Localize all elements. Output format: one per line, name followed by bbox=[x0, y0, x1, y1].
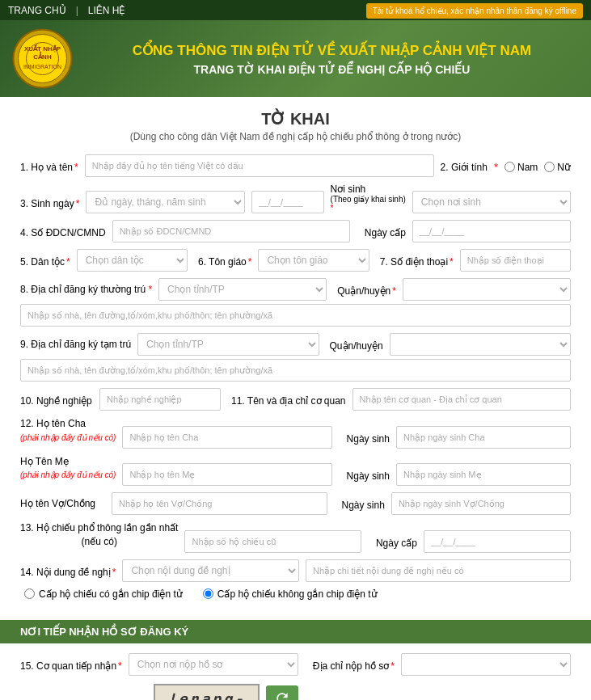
co-quan-tiep-nhan-label: 15. Cơ quan tiếp nhận bbox=[20, 660, 116, 672]
ho-ten-cha-note: (phải nhập đầy đủ nếu có) bbox=[20, 433, 116, 442]
gioi-tinh-label: 2. Giới tính bbox=[441, 162, 488, 173]
ngay-cap-input[interactable] bbox=[412, 220, 571, 242]
thuong-tru-label: 8. Địa chỉ đăng ký thường trú bbox=[20, 284, 146, 295]
header-title1: CỔNG THÔNG TIN ĐIỆN TỬ VỀ XUẤT NHẬP CẢNH… bbox=[85, 42, 579, 59]
chip-co-option[interactable]: Cấp hộ chiếu có gắn chip điện tử bbox=[24, 588, 183, 600]
dan-toc-select[interactable]: Chọn dân tộc bbox=[77, 249, 188, 272]
quan-huyen-select-1[interactable] bbox=[403, 278, 571, 301]
ngay-sinh-vc-label: Ngày sinh bbox=[342, 500, 385, 511]
ho-ten-vc-input[interactable] bbox=[112, 492, 327, 515]
address-input-1[interactable] bbox=[20, 304, 571, 327]
form-title: TỜ KHAI bbox=[20, 109, 571, 129]
nav-home[interactable]: TRANG CHỦ bbox=[8, 5, 66, 16]
ton-giao-select[interactable]: Chọn tôn giáo bbox=[258, 249, 369, 272]
noi-sinh-note: (Theo giấy khai sinh) bbox=[331, 195, 406, 204]
ho-ten-me-note: (phải nhập đầy đủ nếu có) bbox=[20, 470, 116, 479]
ngay-cap-hc-label: Ngày cấp bbox=[376, 538, 417, 549]
so-dt-label: 7. Số điện thoại bbox=[380, 256, 448, 268]
ho-ten-cha-label: 12. Họ tên Cha bbox=[20, 418, 86, 429]
ho-chieu-input[interactable] bbox=[184, 530, 361, 553]
quan-huyen-label-1: Quận/huyện bbox=[337, 285, 390, 297]
logo: XUẤT NHẬP CẢNH IMMIGRATION bbox=[12, 28, 73, 89]
nghe-nghiep-label: 10. Nghề nghiệp bbox=[20, 395, 92, 407]
dia-chi-nop-select[interactable] bbox=[401, 653, 571, 676]
ngay-cap-label: Ngày cấp bbox=[365, 227, 406, 238]
dia-chi-nop-label: Địa chỉ nộp hồ sơ bbox=[313, 660, 389, 672]
address-input-2[interactable] bbox=[20, 359, 571, 382]
ho-chieu-label: 13. Hộ chiếu phổ thông lần gần nhất bbox=[20, 522, 178, 533]
so-ddcn-input[interactable] bbox=[112, 220, 350, 242]
ho-ten-cha-input[interactable] bbox=[122, 426, 331, 449]
ngay-cap-hc-input[interactable] bbox=[424, 530, 571, 553]
ngay-sinh-cha-input[interactable] bbox=[396, 426, 571, 449]
header-title2: Trang Tờ Khai Điện Tử Để Nghị Cấp Hộ Chi… bbox=[85, 63, 579, 76]
quan-huyen-select-2[interactable] bbox=[390, 333, 571, 356]
captcha-image: !enapg- bbox=[154, 684, 260, 700]
captcha-refresh-btn[interactable] bbox=[266, 685, 298, 700]
tam-tru-label: 9. Địa chỉ đăng ký tạm trú bbox=[20, 339, 131, 350]
co-quan-label: 11. Tên và địa chỉ cơ quan bbox=[231, 395, 346, 407]
so-dt-input[interactable] bbox=[460, 249, 571, 272]
ton-giao-label: 6. Tôn giáo bbox=[198, 256, 247, 268]
ho-va-ten-input[interactable] bbox=[85, 154, 434, 177]
date-input[interactable] bbox=[251, 191, 324, 213]
noi-sinh-label: Nơi sinh bbox=[331, 183, 406, 195]
ngay-sinh-vc-input[interactable] bbox=[391, 492, 571, 515]
tinh-tp-select-2[interactable]: Chọn tỉnh/TP bbox=[137, 333, 319, 356]
sinh-ngay-select[interactable]: Đủ ngày, tháng, năm sinh bbox=[86, 191, 244, 213]
co-quan-tiep-nhan-select[interactable]: Chọn nơi nộp hồ sơ bbox=[129, 653, 298, 676]
svg-text:IMMIGRATION: IMMIGRATION bbox=[23, 64, 61, 70]
dan-toc-label: 5. Dân tộc bbox=[20, 256, 65, 268]
noi-dung-detail-input[interactable] bbox=[306, 559, 571, 582]
chip-khong-option[interactable]: Cấp hộ chiếu không gắn chip điện tử bbox=[203, 588, 378, 600]
form-subtitle: (Dùng cho công dân Việt Nam đề nghị cấp … bbox=[20, 131, 571, 142]
radio-nam[interactable]: Nam bbox=[504, 162, 538, 173]
ho-ten-me-input[interactable] bbox=[122, 463, 331, 486]
noi-dung-select[interactable]: Chọn nội dung đề nghị bbox=[122, 559, 299, 582]
co-quan-input[interactable] bbox=[352, 388, 571, 411]
ngay-sinh-cha-label: Ngày sinh bbox=[347, 433, 390, 445]
nav-contact[interactable]: LIÊN HỆ bbox=[88, 5, 126, 16]
ho-ten-vc-label: Họ tên Vợ/Chồng bbox=[20, 498, 95, 509]
noi-dung-label: 14. Nội dung đề nghị bbox=[20, 567, 111, 578]
tinh-tp-select-1[interactable]: Chọn tỉnh/TP bbox=[158, 278, 327, 301]
so-ddcn-label: 4. Số ĐDCN/CMND bbox=[20, 227, 106, 238]
ho-ten-me-label: Họ Tên Mẹ bbox=[20, 456, 69, 467]
section-nop-ho-so: NƠI TIẾP NHẬN HỒ SƠ ĐĂNG KÝ bbox=[20, 626, 188, 638]
ho-va-ten-label: 1. Họ và tên bbox=[20, 162, 73, 173]
radio-nu[interactable]: Nữ bbox=[544, 162, 571, 173]
ngay-sinh-me-input[interactable] bbox=[396, 463, 571, 486]
noi-sinh-select[interactable]: Chọn nơi sinh bbox=[412, 191, 571, 213]
ho-chieu-note: (nếu có) bbox=[82, 536, 117, 547]
register-btn[interactable]: Tài tử khoá hổ chiếu, xác nhận nhân thân… bbox=[366, 3, 583, 19]
nghe-nghiep-input[interactable] bbox=[99, 388, 221, 411]
quan-huyen-label-2: Quận/huyện bbox=[330, 340, 383, 352]
sinh-ngay-label: 3. Sinh ngày bbox=[20, 198, 74, 209]
ngay-sinh-me-label: Ngày sinh bbox=[347, 470, 390, 482]
